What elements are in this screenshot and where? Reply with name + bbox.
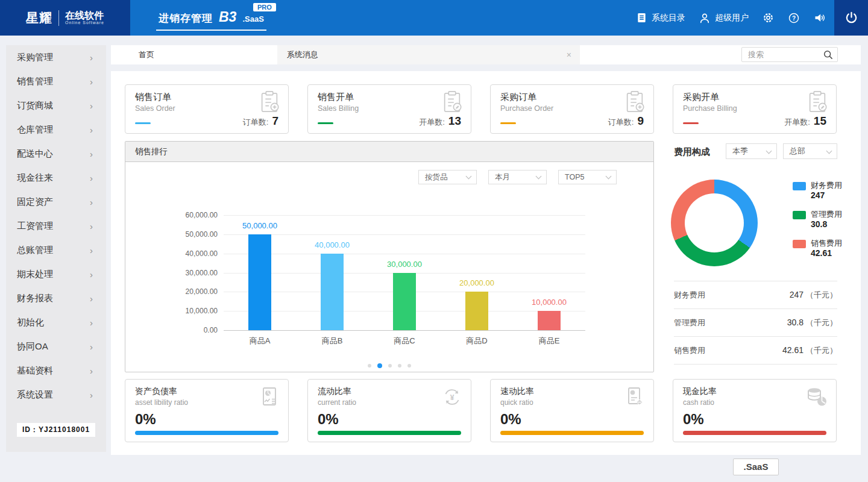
chevron-down-icon (466, 174, 472, 180)
expense-row-selling: 销售费用 42.61（千元） (674, 336, 837, 364)
ratio-card-quick[interactable]: 速动比率 quick ratio 0% (490, 379, 654, 442)
app-title: 进销存管理 B3 .SaaS PRO (156, 5, 266, 31)
panel-title: 销售排行 (125, 142, 653, 162)
system-catalog-button[interactable]: 系统目录 (636, 12, 685, 23)
help-button[interactable]: ? (788, 12, 800, 24)
chevron-right-icon: › (90, 221, 93, 231)
clipboard-plus-icon (623, 90, 646, 117)
filter-select-topn[interactable]: TOP5 (558, 170, 617, 184)
bar-value-label: 20,000.00 (441, 278, 513, 287)
stat-card-sales-order[interactable]: 销售订单 Sales Order 订单数:7 (125, 84, 289, 134)
y-axis-tick: 60,000.00 (162, 211, 218, 219)
tenant-id-badge: ID：YJ211018001 (17, 423, 95, 437)
clipboard-edit-icon (806, 90, 829, 117)
bar-商品D (465, 292, 488, 330)
panel-header: 销售排行 (125, 142, 653, 162)
y-axis-tick: 50,000.00 (162, 230, 218, 239)
sidebar-item-system-settings[interactable]: 系统设置› (6, 383, 106, 407)
ratio-progress-bar (318, 431, 461, 435)
filter-select-period[interactable]: 本月 (488, 170, 547, 184)
sidebar-item-warehouse[interactable]: 仓库管理› (6, 117, 106, 142)
expense-filter-quarter[interactable]: 本季 (726, 143, 777, 159)
logout-button[interactable] (834, 0, 868, 36)
bar-商品C (393, 273, 416, 331)
stat-card-purchase-order[interactable]: 采购订单 Purchase Order 订单数:9 (490, 84, 654, 134)
bar-chart-y-axis: 60,000.0050,000.0040,000.0030,000.0020,0… (162, 215, 218, 330)
sidebar-item-purchase[interactable]: 采购管理› (6, 45, 106, 69)
document-icon (636, 12, 647, 23)
stat-card-sales-billing[interactable]: 销售开单 Sales Billing 开单数:13 (307, 84, 471, 134)
chevron-down-icon (766, 148, 772, 154)
sidebar-item-cash[interactable]: 现金往来› (6, 166, 106, 190)
logo-divider (58, 10, 59, 26)
sidebar-item-sales[interactable]: 销售管理› (6, 69, 106, 93)
ratio-value: 0% (135, 411, 156, 428)
sidebar-item-distribution[interactable]: 配送中心› (6, 142, 106, 166)
bar-category-label: 商品C (368, 336, 441, 346)
power-icon (844, 11, 858, 25)
logo: 星耀 在线软件 Online Software (0, 0, 130, 36)
search-box (741, 47, 838, 62)
legend-swatch (793, 182, 806, 190)
breadcrumb-home[interactable]: 首页 (139, 45, 154, 64)
chevron-right-icon: › (90, 390, 93, 400)
sidebar-item-period-end[interactable]: 期末处理› (6, 262, 106, 286)
ratio-card-current[interactable]: 流动比率 current ratio ¥ 0% (307, 379, 471, 442)
search-icon[interactable] (823, 49, 834, 63)
close-icon[interactable]: × (567, 45, 571, 64)
ratio-value: 0% (500, 411, 521, 428)
bar-商品A (248, 234, 271, 330)
bar-category-label: 商品A (224, 336, 296, 346)
brand-name: 星耀 (26, 10, 52, 27)
y-axis-tick: 20,000.00 (162, 287, 218, 296)
stat-accent-dash (500, 122, 516, 124)
expense-row-management: 管理费用 30.8（千元） (674, 308, 837, 336)
user-menu-button[interactable]: 超级用户 (699, 12, 749, 24)
pager-dot[interactable] (377, 363, 382, 368)
stat-accent-dash (683, 122, 699, 124)
pager-dot[interactable] (398, 364, 401, 368)
stat-card-purchase-billing[interactable]: 采购开单 Purchase Billing 开单数:15 (673, 84, 837, 134)
stat-accent-dash (318, 122, 333, 124)
pager-dot[interactable] (368, 364, 371, 368)
logo-product: 在线软件 Online Software (65, 10, 104, 25)
sidebar-item-initialization[interactable]: 初始化› (6, 310, 106, 334)
ratio-card-cash[interactable]: 现金比率 cash ratio 0% (673, 379, 837, 442)
order-count: 7 (272, 114, 278, 127)
announcement-button[interactable] (813, 11, 826, 24)
sidebar-item-oa[interactable]: 协同OA› (6, 334, 106, 358)
sidebar-item-order-mall[interactable]: 订货商城› (6, 93, 106, 117)
sidebar-menu: 采购管理› 销售管理› 订货商城› 仓库管理› 配送中心› 现金往来› 固定资产… (6, 45, 106, 452)
tab-system-message[interactable]: 系统消息 × (277, 45, 580, 64)
gridline (224, 234, 585, 235)
y-axis-tick: 30,000.00 (162, 269, 218, 277)
pager-dot[interactable] (407, 364, 411, 368)
expense-filter-org[interactable]: 总部 (783, 143, 837, 159)
ratio-value: 0% (318, 411, 339, 428)
chevron-right-icon: › (90, 173, 93, 183)
ratio-card-asset-liability[interactable]: 资产负债率 asset libility ratio 0% (125, 379, 289, 442)
y-axis-tick: 40,000.00 (162, 249, 218, 258)
gear-icon (762, 11, 775, 24)
y-axis-tick: 10,000.00 (162, 307, 218, 315)
sidebar-item-basic-data[interactable]: 基础资料› (6, 358, 106, 383)
settings-button[interactable] (762, 11, 775, 24)
ratio-value: 0% (683, 411, 704, 428)
search-input[interactable] (742, 48, 822, 61)
svg-text:?: ? (792, 14, 796, 21)
pager-dot[interactable] (388, 364, 392, 368)
filter-select-dimension[interactable]: 按货品 (418, 170, 477, 184)
chevron-right-icon: › (90, 149, 93, 159)
ratio-progress-bar (135, 431, 278, 435)
breadcrumb-bar: 首页 系统消息 × (111, 45, 861, 64)
sidebar-item-financial-reports[interactable]: 财务报表› (6, 286, 106, 310)
report-pie-icon (258, 386, 281, 411)
sidebar-item-general-ledger[interactable]: 总账管理› (6, 238, 106, 262)
bar-chart-plot: 50,000.00商品A40,000.00商品B30,000.00商品C20,0… (224, 215, 585, 330)
pagination-dots (125, 363, 653, 368)
sidebar-item-payroll[interactable]: 工资管理› (6, 214, 106, 238)
chevron-down-icon (606, 174, 612, 180)
sidebar-item-fixed-assets[interactable]: 固定资产› (6, 190, 106, 214)
legend-item-selling: 销售费用42.61 (793, 239, 842, 258)
bar-category-label: 商品B (296, 336, 368, 346)
